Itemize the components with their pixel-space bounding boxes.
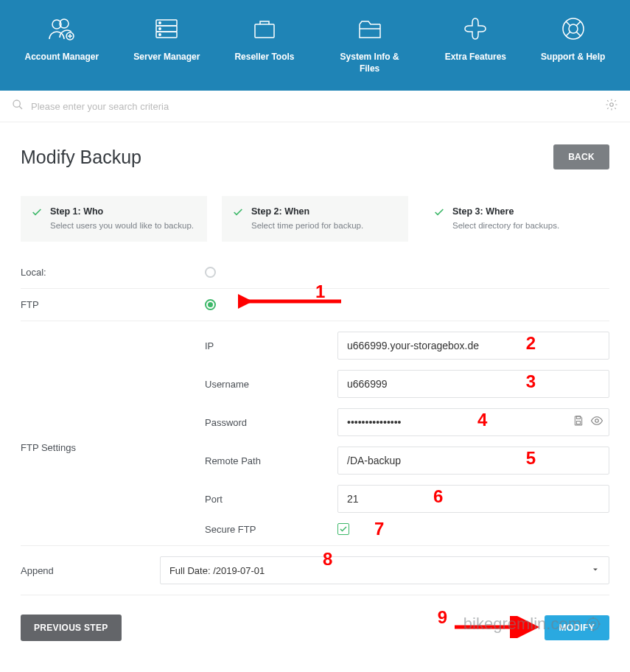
svg-point-12 — [13, 100, 20, 107]
nav-label: Extra Features — [445, 52, 506, 63]
step-where[interactable]: Step 3: Where Select directory for backu… — [423, 196, 609, 242]
steps-row: Step 1: Who Select users you would like … — [21, 196, 609, 242]
svg-point-17 — [595, 419, 599, 423]
location-local-row: Local: — [21, 256, 609, 289]
step-title: Step 2: When — [251, 206, 363, 217]
secure-ftp-checkbox[interactable] — [337, 523, 349, 535]
ftp-label: FTP — [21, 299, 205, 310]
back-button[interactable]: BACK — [553, 144, 609, 169]
step-when[interactable]: Step 2: When Select time period for back… — [222, 196, 408, 242]
nav-system-info[interactable]: System Info & Files — [329, 13, 410, 74]
eye-icon[interactable] — [590, 414, 603, 430]
row-password: Password 4 — [205, 408, 609, 436]
svg-point-8 — [159, 34, 161, 35]
row-username: Username 3 — [205, 370, 609, 398]
check-icon — [232, 206, 244, 230]
top-nav: Account Manager Server Manager Reseller … — [0, 0, 630, 91]
nav-support[interactable]: Support & Help — [541, 13, 605, 74]
step-desc: Select time period for backup. — [251, 221, 363, 230]
ftp-settings-label: FTP Settings — [21, 332, 205, 453]
svg-point-6 — [159, 22, 161, 24]
password-input[interactable] — [337, 408, 609, 436]
nav-label: System Info & Files — [329, 52, 410, 74]
modify-button[interactable]: MODIFY — [545, 615, 609, 640]
port-label: Port — [205, 494, 337, 505]
remote-path-input[interactable] — [337, 447, 609, 475]
annot-9: 9 — [438, 607, 447, 628]
nav-label: Server Manager — [133, 52, 200, 63]
users-icon — [46, 13, 77, 44]
row-remote-path: Remote Path 5 — [205, 447, 609, 475]
step-title: Step 3: Where — [452, 206, 559, 217]
arrow-annot — [451, 616, 539, 638]
briefcase-icon — [249, 13, 280, 44]
password-label: Password — [205, 417, 337, 428]
nav-label: Support & Help — [541, 52, 605, 63]
svg-rect-16 — [576, 421, 580, 424]
svg-point-7 — [159, 28, 161, 29]
nav-label: Reseller Tools — [234, 52, 294, 63]
port-input[interactable] — [337, 485, 609, 513]
folder-icon — [354, 13, 385, 44]
svg-rect-9 — [255, 24, 274, 38]
secure-ftp-label: Secure FTP — [205, 524, 337, 535]
search-bar — [0, 91, 630, 122]
search-input[interactable] — [31, 101, 598, 112]
caret-down-icon — [591, 565, 600, 576]
nav-label: Account Manager — [25, 52, 99, 63]
radio-ftp[interactable] — [205, 299, 216, 310]
nav-server-manager[interactable]: Server Manager — [133, 13, 200, 74]
footer-row: PREVIOUS STEP MODIFY 9 bikegremlin.com — [21, 615, 609, 641]
nav-extra-features[interactable]: Extra Features — [445, 13, 506, 74]
plus-icon — [460, 13, 491, 44]
step-desc: Select directory for backups. — [452, 221, 559, 230]
svg-point-13 — [610, 103, 614, 107]
save-password-icon[interactable] — [573, 415, 584, 430]
step-who[interactable]: Step 1: Who Select users you would like … — [21, 196, 207, 242]
append-row: Append Full Date: /2019-07-01 8 — [21, 546, 609, 595]
location-ftp-row: FTP 1 — [21, 289, 609, 321]
settings-icon[interactable] — [605, 98, 618, 114]
lifebuoy-icon — [558, 13, 589, 44]
local-label: Local: — [21, 267, 205, 278]
server-icon — [151, 13, 182, 44]
svg-rect-15 — [576, 416, 580, 419]
username-input[interactable] — [337, 370, 609, 398]
row-port: Port 6 — [205, 485, 609, 513]
ftp-settings-row: FTP Settings IP 2 Username 3 Password — [21, 321, 609, 546]
step-desc: Select users you would like to backup. — [50, 221, 194, 230]
remote-path-label: Remote Path — [205, 455, 337, 466]
search-icon — [12, 99, 24, 113]
page-content: Modify Backup BACK Step 1: Who Select us… — [0, 122, 630, 663]
nav-reseller-tools[interactable]: Reseller Tools — [234, 13, 294, 74]
check-icon — [31, 206, 43, 230]
previous-step-button[interactable]: PREVIOUS STEP — [21, 615, 122, 641]
annot-7: 7 — [374, 519, 384, 539]
ip-input[interactable] — [337, 332, 609, 360]
step-title: Step 1: Who — [50, 206, 194, 217]
radio-local[interactable] — [205, 267, 216, 278]
page-title: Modify Backup — [21, 147, 141, 168]
username-label: Username — [205, 379, 337, 390]
row-secure-ftp: Secure FTP 7 — [205, 523, 609, 535]
row-ip: IP 2 — [205, 332, 609, 360]
arrow-annot — [238, 290, 349, 312]
nav-account-manager[interactable]: Account Manager — [25, 13, 99, 74]
ip-label: IP — [205, 340, 337, 351]
append-label: Append — [21, 565, 160, 576]
check-icon — [433, 206, 445, 230]
append-dropdown[interactable]: Full Date: /2019-07-01 — [160, 556, 609, 584]
append-value: Full Date: /2019-07-01 — [169, 565, 265, 576]
